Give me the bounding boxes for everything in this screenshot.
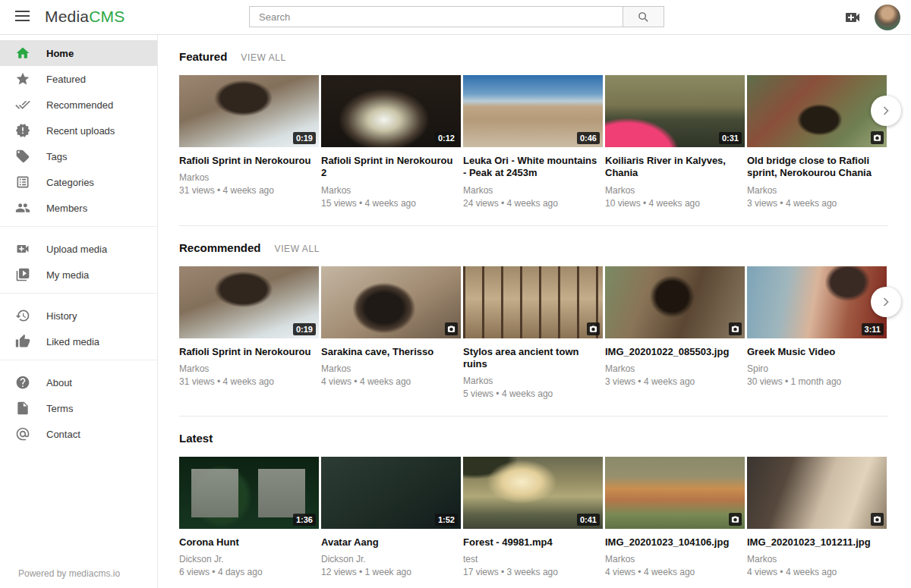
media-author[interactable]: Dickson Jr.	[321, 554, 461, 564]
media-title[interactable]: Sarakina cave, Therisso	[321, 346, 461, 358]
next-page-button[interactable]	[871, 287, 901, 317]
chevron-right-icon	[878, 294, 894, 310]
media-title[interactable]: IMG_20201022_085503.jpg	[605, 346, 745, 358]
sidebar-item-featured[interactable]: Featured	[0, 66, 157, 92]
media-title[interactable]: Greek Music Video	[747, 346, 887, 358]
sidebar-item-history[interactable]: History	[0, 303, 157, 329]
media-author[interactable]: Dickson Jr.	[179, 554, 319, 564]
media-meta: 17 views • 3 weeks ago	[463, 567, 603, 577]
media-thumbnail-leuka-ori[interactable]: 0:46	[463, 75, 603, 147]
media-author[interactable]: Markos	[321, 185, 461, 196]
media-author[interactable]: Markos	[747, 554, 887, 564]
media-title[interactable]: Old bridge close to Rafioli sprint, Nero…	[747, 155, 887, 180]
media-author[interactable]: Spiro	[747, 363, 887, 374]
media-author[interactable]: Markos	[605, 363, 745, 374]
duration-badge: 0:19	[293, 132, 316, 144]
media-meta: 30 views • 1 month ago	[747, 376, 887, 387]
media-thumbnail-greek-music[interactable]: 3:11	[747, 266, 887, 338]
media-thumbnail-koiliaris[interactable]: 0:31	[605, 75, 745, 147]
media-meta: 3 views • 4 weeks ago	[747, 198, 887, 209]
app-logo[interactable]: MediaCMS	[45, 8, 125, 26]
media-title[interactable]: Leuka Ori - White mountains - Peak at 24…	[463, 155, 603, 180]
media-author[interactable]: Markos	[321, 363, 461, 374]
sidebar-item-label: Recommended	[46, 99, 113, 111]
media-title[interactable]: Koiliaris River in Kalyves, Chania	[605, 155, 745, 180]
media-card: IMG_20201022_085503.jpg Markos 3 views •…	[605, 266, 745, 400]
media-title[interactable]: Rafioli Sprint in Nerokourou	[179, 155, 319, 167]
add-media-icon[interactable]	[843, 8, 862, 27]
media-thumbnail-sarakina[interactable]	[321, 266, 461, 338]
media-author[interactable]: Markos	[747, 185, 887, 196]
media-thumbnail-rafioli-1[interactable]: 0:19	[179, 266, 319, 338]
media-thumbnail-rafioli-2[interactable]: 0:12	[321, 75, 461, 147]
sidebar-item-label: Members	[46, 203, 87, 214]
search-button[interactable]	[623, 6, 664, 27]
media-title[interactable]: Corona Hunt	[179, 536, 319, 549]
sidebar-item-label: Home	[46, 48, 74, 59]
main-content: Featured VIEW ALL 0:19 Rafioli Sprint in…	[158, 35, 911, 588]
sidebar-item-tags[interactable]: Tags	[0, 143, 157, 169]
media-card: 0:19 Rafioli Sprint in Nerokourou Markos…	[179, 266, 319, 400]
sidebar-group: Upload media My media	[0, 226, 157, 293]
media-author[interactable]: test	[463, 554, 603, 564]
photo-badge	[445, 322, 458, 335]
media-author[interactable]: Markos	[463, 185, 603, 196]
media-thumbnail-rafioli-1[interactable]: 0:19	[179, 75, 319, 147]
media-card: Stylos area ancient town ruins Markos 5 …	[463, 266, 603, 400]
media-title[interactable]: Rafioli Sprint in Nerokourou 2	[321, 155, 461, 180]
media-thumbnail-old-bridge[interactable]	[747, 75, 887, 147]
media-card: 0:41 Forest - 49981.mp4 test 17 views • …	[463, 457, 603, 577]
media-card: IMG_20201023_101211.jpg Markos 4 views •…	[747, 457, 887, 577]
home-icon	[15, 46, 30, 61]
menu-icon[interactable]	[15, 11, 30, 24]
media-thumbnail-img-085503[interactable]	[605, 266, 745, 338]
duration-badge: 0:41	[577, 514, 600, 526]
double-check-icon	[15, 97, 30, 112]
section-header: Latest	[179, 432, 888, 445]
media-thumbnail-img-101211[interactable]	[747, 457, 887, 529]
media-thumbnail-avatar-aang[interactable]: 1:52	[321, 457, 461, 529]
media-author[interactable]: Markos	[605, 185, 745, 196]
user-avatar[interactable]	[875, 5, 900, 30]
view-all-link[interactable]: VIEW ALL	[241, 52, 286, 63]
my-media-icon	[15, 267, 30, 282]
media-title[interactable]: Avatar Aang	[321, 536, 461, 549]
media-author[interactable]: Markos	[605, 554, 745, 564]
sidebar-item-terms[interactable]: Terms	[0, 395, 157, 421]
media-thumbnail-corona-hunt[interactable]: 1:36	[179, 457, 319, 529]
media-title[interactable]: Forest - 49981.mp4	[463, 536, 603, 549]
media-card: 0:31 Koiliaris River in Kalyves, Chania …	[605, 75, 745, 209]
sidebar-item-about[interactable]: About	[0, 369, 157, 395]
media-thumbnail-forest[interactable]: 0:41	[463, 457, 603, 529]
sidebar-item-categories[interactable]: Categories	[0, 169, 157, 195]
media-author[interactable]: Markos	[463, 376, 603, 386]
media-title[interactable]: IMG_20201023_104106.jpg	[605, 536, 745, 549]
sidebar: Home Featured Recommended Recent uploads…	[0, 35, 158, 588]
media-card: 3:11 Greek Music Video Spiro 30 views • …	[747, 266, 887, 400]
sidebar-item-label: Terms	[46, 403, 73, 414]
sidebar-item-recommended[interactable]: Recommended	[0, 92, 157, 118]
sidebar-item-upload-media[interactable]: Upload media	[0, 236, 157, 262]
media-author[interactable]: Markos	[179, 363, 319, 374]
sidebar-item-liked-media[interactable]: Liked media	[0, 329, 157, 354]
cards-row: 1:36 Corona Hunt Dickson Jr. 6 views • 4…	[179, 457, 888, 577]
history-icon	[15, 308, 30, 323]
sidebar-item-recent-uploads[interactable]: Recent uploads	[0, 118, 157, 143]
sidebar-item-my-media[interactable]: My media	[0, 262, 157, 288]
media-author[interactable]: Markos	[179, 172, 319, 183]
sidebar-item-home[interactable]: Home	[0, 40, 157, 66]
media-thumbnail-stylos[interactable]	[463, 266, 603, 338]
media-thumbnail-img-104106[interactable]	[605, 457, 745, 529]
media-title[interactable]: Stylos area ancient town ruins	[463, 346, 603, 371]
search-input[interactable]	[249, 6, 623, 27]
media-title[interactable]: Rafioli Sprint in Nerokourou	[179, 346, 319, 358]
media-title[interactable]: IMG_20201023_101211.jpg	[747, 536, 887, 549]
next-page-button[interactable]	[871, 96, 901, 126]
members-icon	[15, 200, 30, 215]
section-title: Featured	[179, 50, 227, 63]
view-all-link[interactable]: VIEW ALL	[275, 244, 320, 254]
sidebar-item-contact[interactable]: Contact	[0, 421, 157, 447]
upload-video-icon	[15, 241, 30, 256]
sidebar-item-members[interactable]: Members	[0, 195, 157, 221]
powered-by-link[interactable]: Powered by mediacms.io	[18, 568, 120, 579]
